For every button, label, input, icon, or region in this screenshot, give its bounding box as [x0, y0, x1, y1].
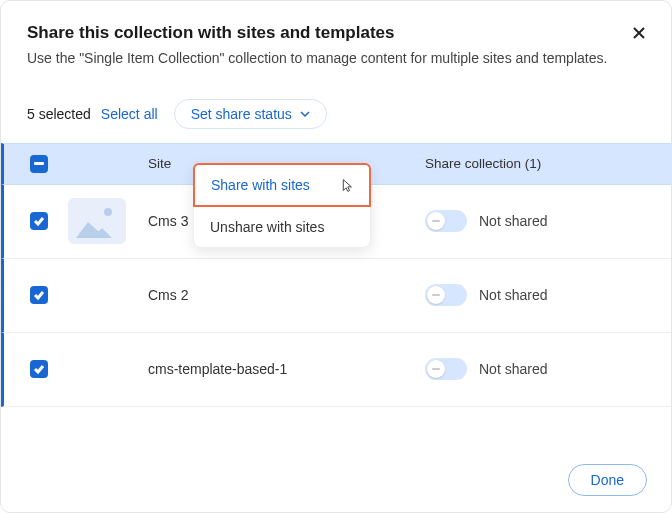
- share-modal: Share this collection with sites and tem…: [0, 0, 672, 513]
- cursor-icon: [337, 177, 355, 195]
- modal-title: Share this collection with sites and tem…: [27, 23, 645, 43]
- check-icon: [33, 215, 45, 227]
- share-status-label: Not shared: [479, 361, 547, 377]
- modal-subtitle: Use the "Single Item Collection" collect…: [27, 49, 645, 69]
- site-thumbnail: [68, 198, 126, 244]
- share-toggle[interactable]: [425, 210, 467, 232]
- column-share: Share collection (1): [425, 156, 645, 171]
- select-all-checkbox[interactable]: [30, 155, 48, 173]
- selected-count: 5 selected: [27, 106, 91, 122]
- set-share-status-label: Set share status: [191, 106, 292, 122]
- dropdown-unshare-with-sites[interactable]: Unshare with sites: [194, 207, 370, 247]
- site-thumbnail: [68, 346, 126, 392]
- table-row: Cms 2 Not shared: [1, 259, 671, 333]
- done-button[interactable]: Done: [568, 464, 647, 496]
- close-button[interactable]: [629, 23, 649, 43]
- row-checkbox[interactable]: [30, 360, 48, 378]
- dropdown-item-label: Share with sites: [211, 177, 310, 193]
- toolbar: 5 selected Select all Set share status: [1, 81, 671, 143]
- site-name: cms-template-based-1: [148, 361, 425, 377]
- check-icon: [33, 363, 45, 375]
- table-row: cms-template-based-1 Not shared: [1, 333, 671, 407]
- indeterminate-icon: [34, 162, 44, 165]
- modal-header: Share this collection with sites and tem…: [1, 1, 671, 81]
- modal-footer: Done: [568, 464, 647, 496]
- select-all-link[interactable]: Select all: [101, 106, 158, 122]
- share-toggle[interactable]: [425, 284, 467, 306]
- share-toggle[interactable]: [425, 358, 467, 380]
- chevron-down-icon: [300, 109, 310, 119]
- set-share-status-button[interactable]: Set share status: [174, 99, 327, 129]
- site-thumbnail: [68, 272, 126, 318]
- row-checkbox[interactable]: [30, 286, 48, 304]
- share-status-dropdown: Share with sites Unshare with sites: [193, 163, 371, 248]
- share-status-label: Not shared: [479, 287, 547, 303]
- share-status-label: Not shared: [479, 213, 547, 229]
- dropdown-share-with-sites[interactable]: Share with sites: [193, 163, 371, 207]
- row-checkbox[interactable]: [30, 212, 48, 230]
- site-name: Cms 2: [148, 287, 425, 303]
- close-icon: [631, 25, 647, 41]
- check-icon: [33, 289, 45, 301]
- dropdown-item-label: Unshare with sites: [210, 219, 324, 235]
